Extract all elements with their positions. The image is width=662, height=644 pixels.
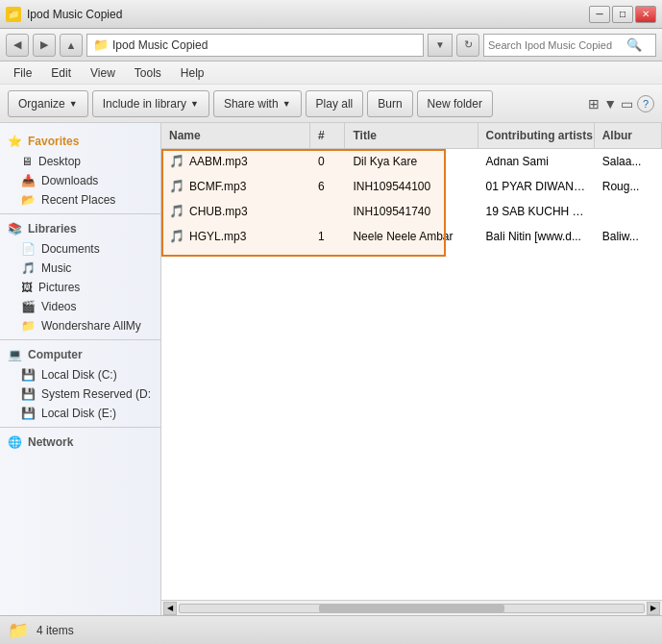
desktop-icon: 🖥 [21,155,33,168]
close-button[interactable]: ✕ [635,6,656,23]
sidebar-item-music[interactable]: 🎵 Music [0,259,160,278]
organize-button[interactable]: Organize ▼ [8,90,88,117]
new-folder-button[interactable]: New folder [417,90,493,117]
file-area: Name # Title Contributing artists Albur … [161,123,662,615]
scroll-track[interactable] [179,604,645,613]
file-name-cell-2: 🎵 BCMF.mp3 [161,176,310,196]
status-folder-icon: 📁 [8,620,29,641]
sidebar-item-documents[interactable]: 📄 Documents [0,239,160,259]
scroll-thumb[interactable] [319,605,504,612]
sidebar: ⭐ Favorites 🖥 Desktop 📥 Downloads 📂 Rece… [0,123,161,615]
table-row[interactable]: 🎵 BCMF.mp3 6 INH109544100 01 PYAR DIWANA… [161,174,662,199]
sidebar-libraries-header[interactable]: 📚 Libraries [0,218,160,239]
sidebar-item-system-reserved[interactable]: 💾 System Reserved (D: [0,384,160,404]
file-name-cell-1: 🎵 AABM.mp3 [161,151,310,171]
file-title-1: Dil Kya Kare [345,152,478,171]
path-folder-icon: 📁 [93,37,109,52]
file-name-2: BCMF.mp3 [189,180,246,193]
minimize-button[interactable]: ─ [589,6,610,23]
window-title: Ipod Music Copied [27,8,122,21]
menu-tools[interactable]: Tools [129,64,167,82]
col-header-name[interactable]: Name [161,123,310,148]
sidebar-item-videos[interactable]: 🎬 Videos [0,297,160,316]
title-bar-left: 📁 Ipod Music Copied [6,7,122,22]
sidebar-favorites-label: Favorites [28,135,79,148]
star-icon: ⭐ [8,135,22,148]
help-icon[interactable]: ? [637,95,654,112]
table-row[interactable]: 🎵 HGYL.mp3 1 Neele Neele Ambar Bali Niti… [161,224,662,249]
downloads-icon: 📥 [21,174,36,187]
burn-button[interactable]: Burn [367,90,412,117]
sidebar-item-recent-places[interactable]: 📂 Recent Places [0,190,160,210]
sidebar-network-label: Network [28,435,73,449]
menu-bar: File Edit View Tools Help [0,62,662,85]
play-all-button[interactable]: Play all [306,90,364,117]
scroll-left-arrow[interactable]: ◀ [163,602,177,615]
main-area: ⭐ Favorites 🖥 Desktop 📥 Downloads 📂 Rece… [0,123,662,615]
preview-pane-icon[interactable]: ▭ [621,96,633,111]
disk-d-icon: 💾 [21,387,36,401]
status-bar: 📁 4 items [0,615,662,644]
file-name-cell-3: 🎵 CHUB.mp3 [161,201,310,221]
include-in-library-button[interactable]: Include in library ▼ [92,90,209,117]
col-header-title[interactable]: Title [345,123,478,148]
sidebar-local-c-label: Local Disk (C:) [41,368,117,382]
recent-places-icon: 📂 [21,193,36,207]
sidebar-item-pictures[interactable]: 🖼 Pictures [0,278,160,297]
table-row[interactable]: 🎵 CHUB.mp3 INH109541740 19 SAB KUCHH SE.… [161,199,662,224]
table-row[interactable]: 🎵 AABM.mp3 0 Dil Kya Kare Adnan Sami Sal… [161,149,662,174]
computer-icon: 💻 [8,348,22,361]
file-num-2: 6 [310,177,345,196]
sidebar-item-wondershare[interactable]: 📁 Wondershare AllMy [0,316,160,335]
sidebar-network-header[interactable]: 🌐 Network [0,432,160,453]
refresh-button[interactable]: ↻ [456,34,479,57]
file-list[interactable]: 🎵 AABM.mp3 0 Dil Kya Kare Adnan Sami Sal… [161,149,662,249]
organize-arrow: ▼ [69,99,78,109]
sidebar-item-desktop[interactable]: 🖥 Desktop [0,152,160,171]
menu-edit[interactable]: Edit [45,64,77,82]
file-num-4: 1 [310,227,345,246]
col-header-album[interactable]: Albur [595,123,662,148]
address-path[interactable]: 📁 Ipod Music Copied [86,34,424,57]
sidebar-item-local-e[interactable]: 💾 Local Disk (E:) [0,404,160,423]
file-title-3: INH109541740 [345,202,478,221]
file-artist-4: Bali Nitin [www.d... [478,227,595,246]
disk-e-icon: 💾 [21,407,36,420]
sidebar-computer-header[interactable]: 💻 Computer [0,344,160,365]
file-name-cell-4: 🎵 HGYL.mp3 [161,226,310,246]
address-dropdown[interactable]: ▼ [428,34,453,57]
share-with-button[interactable]: Share with ▼ [213,90,302,117]
col-header-artist[interactable]: Contributing artists [478,123,595,148]
sidebar-item-local-c[interactable]: 💾 Local Disk (C:) [0,365,160,384]
file-album-1: Salaa... [595,152,662,171]
sidebar-item-downloads[interactable]: 📥 Downloads [0,171,160,190]
scroll-right-arrow[interactable]: ▶ [647,602,660,615]
up-button[interactable]: ▲ [60,34,83,57]
menu-file[interactable]: File [8,64,37,82]
horizontal-scrollbar[interactable]: ◀ ▶ [161,600,662,615]
menu-help[interactable]: Help [175,64,210,82]
sidebar-wondershare-label: Wondershare AllMy [41,319,141,333]
forward-button[interactable]: ▶ [33,34,56,57]
search-box: 🔍 [483,34,656,57]
col-header-num[interactable]: # [310,123,345,148]
view-toggle-icon[interactable]: ⊞ [588,96,600,111]
path-text: Ipod Music Copied [112,38,208,52]
sidebar-network-section: 🌐 Network [0,432,160,453]
toolbar: Organize ▼ Include in library ▼ Share wi… [0,85,662,123]
search-icon[interactable]: 🔍 [626,37,642,52]
maximize-button[interactable]: □ [612,6,633,23]
title-bar: 📁 Ipod Music Copied ─ □ ✕ [0,0,662,29]
sidebar-documents-label: Documents [41,242,100,256]
back-button[interactable]: ◀ [6,34,29,57]
file-artist-1: Adnan Sami [478,152,595,171]
address-bar: ◀ ▶ ▲ 📁 Ipod Music Copied ▼ ↻ 🔍 [0,29,662,62]
search-input[interactable] [488,39,623,51]
sidebar-favorites-header[interactable]: ⭐ Favorites [0,131,160,152]
view-details-icon[interactable]: ▼ [603,96,617,111]
menu-view[interactable]: View [85,64,121,82]
sidebar-divider-3 [0,427,160,428]
include-arrow: ▼ [190,99,199,109]
file-num-1: 0 [310,152,345,171]
status-count: 4 items [37,624,74,637]
